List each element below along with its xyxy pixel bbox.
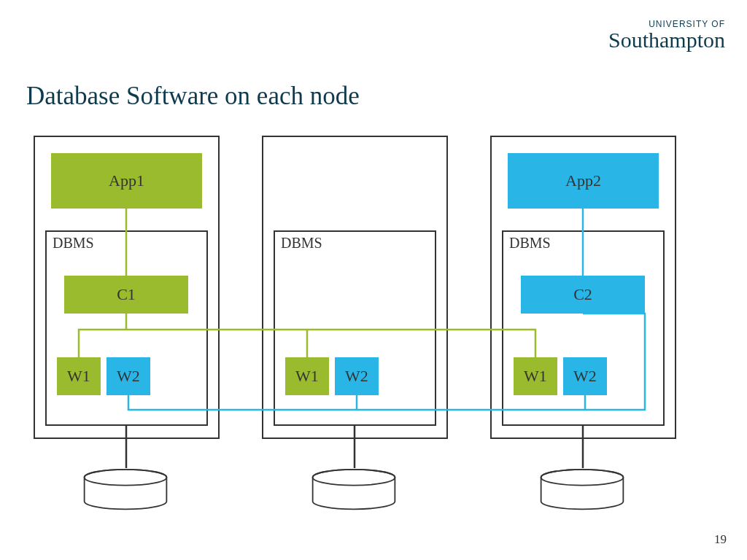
app-box-1: App1 — [51, 153, 202, 209]
worker2-box-1: W2 — [107, 357, 150, 395]
dbms-label-1: DBMS — [53, 235, 94, 252]
worker1-box-2: W1 — [285, 357, 329, 395]
diagram-canvas: DBMSApp1C1W1W2DBMSW1W2DBMSApp2C2W1W2 — [0, 0, 747, 560]
dbms-label-3: DBMS — [509, 235, 551, 252]
dbms-box-3: DBMS — [502, 230, 665, 426]
disk-icon-2 — [306, 468, 401, 512]
disk-icon-3 — [535, 468, 630, 512]
worker2-box-3: W2 — [563, 357, 607, 395]
coordinator-box-3: C2 — [521, 276, 645, 314]
worker1-box-3: W1 — [514, 357, 557, 395]
dbms-label-2: DBMS — [281, 235, 322, 252]
page-number: 19 — [714, 532, 727, 547]
dbms-box-2: DBMS — [274, 230, 436, 426]
worker2-box-2: W2 — [335, 357, 379, 395]
dbms-box-1: DBMS — [45, 230, 208, 426]
worker1-box-1: W1 — [57, 357, 101, 395]
app-box-3: App2 — [508, 153, 659, 209]
coordinator-box-1: C1 — [64, 276, 188, 314]
disk-icon-1 — [78, 468, 173, 512]
